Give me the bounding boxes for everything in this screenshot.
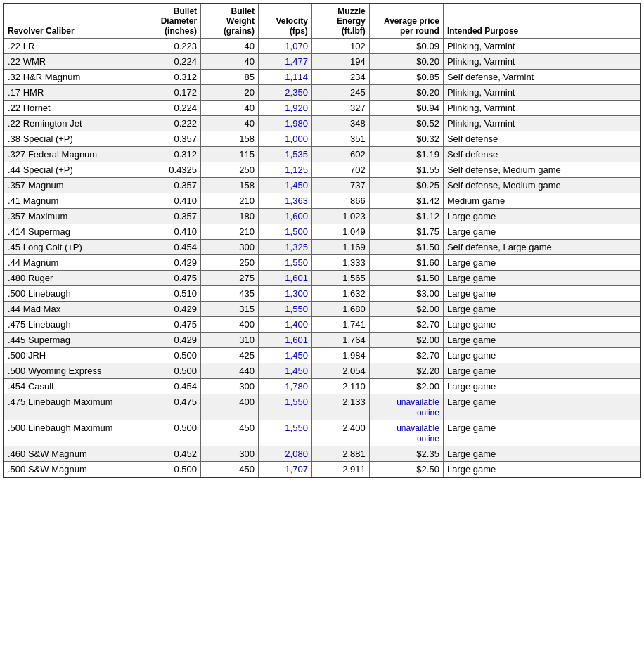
cell-caliber: .44 Mad Max bbox=[4, 302, 143, 317]
cell-weight: 20 bbox=[201, 85, 259, 101]
cell-energy: 2,400 bbox=[311, 420, 369, 446]
revolver-caliber-table: Revolver Caliber Bullet Diameter (inches… bbox=[3, 3, 641, 478]
cell-velocity: 1,000 bbox=[258, 131, 311, 147]
table-row: .357 Maximum0.3571801,6001,023$1.12Large… bbox=[4, 209, 640, 224]
cell-price: $1.75 bbox=[369, 224, 443, 240]
cell-purpose: Large game bbox=[443, 363, 640, 379]
cell-energy: 351 bbox=[311, 131, 369, 147]
cell-velocity: 1,500 bbox=[258, 224, 311, 240]
col-header-purpose: Intended Purpose bbox=[443, 4, 640, 39]
cell-weight: 300 bbox=[201, 379, 259, 394]
cell-diameter: 0.452 bbox=[143, 446, 201, 462]
col-header-velocity: Velocity (fps) bbox=[258, 4, 311, 39]
cell-weight: 40 bbox=[201, 54, 259, 70]
cell-diameter: 0.475 bbox=[143, 317, 201, 333]
table-row: .41 Magnum0.4102101,363866$1.42Medium ga… bbox=[4, 193, 640, 209]
table-row: .475 Linebaugh0.4754001,4001,741$2.70Lar… bbox=[4, 317, 640, 333]
cell-price: $0.94 bbox=[369, 101, 443, 116]
cell-caliber: .327 Federal Magnum bbox=[4, 147, 143, 162]
cell-velocity: 1,477 bbox=[258, 54, 311, 70]
cell-diameter: 0.312 bbox=[143, 70, 201, 85]
cell-price: $1.42 bbox=[369, 193, 443, 209]
cell-purpose: Large game bbox=[443, 462, 640, 478]
cell-purpose: Self defense bbox=[443, 147, 640, 162]
cell-caliber: .22 WMR bbox=[4, 54, 143, 70]
cell-caliber: .32 H&R Magnum bbox=[4, 70, 143, 85]
cell-purpose: Plinking, Varmint bbox=[443, 85, 640, 101]
cell-diameter: 0.500 bbox=[143, 348, 201, 363]
cell-price: $1.60 bbox=[369, 255, 443, 271]
cell-price: $0.20 bbox=[369, 54, 443, 70]
cell-purpose: Large game bbox=[443, 379, 640, 394]
cell-price: $2.00 bbox=[369, 302, 443, 317]
cell-weight: 40 bbox=[201, 116, 259, 131]
cell-weight: 40 bbox=[201, 101, 259, 116]
cell-energy: 737 bbox=[311, 178, 369, 193]
cell-diameter: 0.357 bbox=[143, 209, 201, 224]
table-row: .38 Special (+P)0.3571581,000351$0.32Sel… bbox=[4, 131, 640, 147]
cell-weight: 115 bbox=[201, 147, 259, 162]
cell-weight: 85 bbox=[201, 70, 259, 85]
cell-velocity: 2,350 bbox=[258, 85, 311, 101]
table-row: .454 Casull0.4543001,7802,110$2.00Large … bbox=[4, 379, 640, 394]
cell-velocity: 1,600 bbox=[258, 209, 311, 224]
cell-weight: 450 bbox=[201, 462, 259, 478]
cell-purpose: Large game bbox=[443, 394, 640, 420]
cell-diameter: 0.500 bbox=[143, 462, 201, 478]
table-row: .327 Federal Magnum0.3121151,535602$1.19… bbox=[4, 147, 640, 162]
cell-velocity: 1,400 bbox=[258, 317, 311, 333]
cell-weight: 425 bbox=[201, 348, 259, 363]
cell-diameter: 0.454 bbox=[143, 240, 201, 255]
cell-velocity: 1,550 bbox=[258, 302, 311, 317]
cell-diameter: 0.312 bbox=[143, 147, 201, 162]
cell-weight: 250 bbox=[201, 162, 259, 178]
cell-diameter: 0.500 bbox=[143, 363, 201, 379]
cell-caliber: .22 Remington Jet bbox=[4, 116, 143, 131]
cell-caliber: .22 Hornet bbox=[4, 101, 143, 116]
cell-caliber: .480 Ruger bbox=[4, 271, 143, 286]
cell-diameter: 0.357 bbox=[143, 178, 201, 193]
cell-energy: 1,565 bbox=[311, 271, 369, 286]
cell-energy: 245 bbox=[311, 85, 369, 101]
cell-purpose: Large game bbox=[443, 348, 640, 363]
cell-energy: 1,169 bbox=[311, 240, 369, 255]
cell-purpose: Large game bbox=[443, 209, 640, 224]
table-row: .475 Linebaugh Maximum0.4754001,5502,133… bbox=[4, 394, 640, 420]
cell-weight: 180 bbox=[201, 209, 259, 224]
cell-velocity: 1,780 bbox=[258, 379, 311, 394]
cell-weight: 40 bbox=[201, 39, 259, 54]
cell-purpose: Self defense, Varmint bbox=[443, 70, 640, 85]
cell-diameter: 0.475 bbox=[143, 271, 201, 286]
cell-purpose: Large game bbox=[443, 255, 640, 271]
cell-diameter: 0.475 bbox=[143, 394, 201, 420]
cell-energy: 194 bbox=[311, 54, 369, 70]
cell-diameter: 0.222 bbox=[143, 116, 201, 131]
cell-weight: 450 bbox=[201, 420, 259, 446]
cell-price: $0.09 bbox=[369, 39, 443, 54]
cell-purpose: Self defense, Large game bbox=[443, 240, 640, 255]
cell-price: $1.19 bbox=[369, 147, 443, 162]
cell-velocity: 1,125 bbox=[258, 162, 311, 178]
cell-caliber: .22 LR bbox=[4, 39, 143, 54]
cell-price: unavailable online bbox=[369, 394, 443, 420]
cell-velocity: 1,550 bbox=[258, 420, 311, 446]
cell-diameter: 0.224 bbox=[143, 101, 201, 116]
cell-energy: 102 bbox=[311, 39, 369, 54]
cell-energy: 2,110 bbox=[311, 379, 369, 394]
cell-weight: 300 bbox=[201, 446, 259, 462]
cell-weight: 310 bbox=[201, 333, 259, 348]
table-row: .445 Supermag0.4293101,6011,764$2.00Larg… bbox=[4, 333, 640, 348]
cell-price: $1.55 bbox=[369, 162, 443, 178]
cell-purpose: Medium game bbox=[443, 193, 640, 209]
cell-purpose: Large game bbox=[443, 271, 640, 286]
cell-velocity: 1,535 bbox=[258, 147, 311, 162]
table-row: .357 Magnum0.3571581,450737$0.25Self def… bbox=[4, 178, 640, 193]
cell-energy: 866 bbox=[311, 193, 369, 209]
cell-caliber: .460 S&W Magnum bbox=[4, 446, 143, 462]
cell-caliber: .500 Wyoming Express bbox=[4, 363, 143, 379]
cell-diameter: 0.429 bbox=[143, 255, 201, 271]
cell-diameter: 0.410 bbox=[143, 224, 201, 240]
cell-diameter: 0.223 bbox=[143, 39, 201, 54]
cell-price: $3.00 bbox=[369, 286, 443, 302]
cell-velocity: 1,707 bbox=[258, 462, 311, 478]
